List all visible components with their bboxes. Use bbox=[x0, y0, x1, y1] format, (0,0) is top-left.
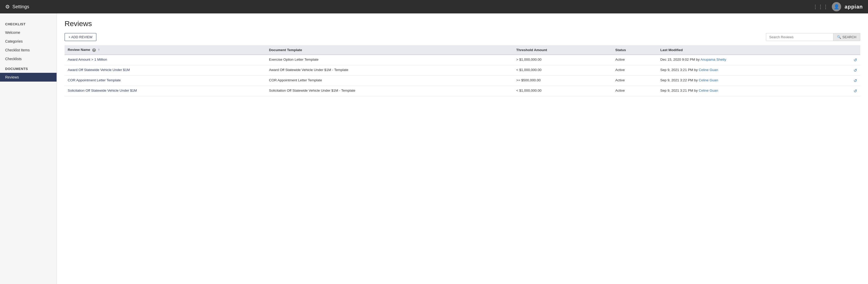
history-icon[interactable]: ↺ bbox=[854, 89, 857, 93]
review-name-link[interactable]: Award Off Statewide Vehicle Under $1M bbox=[68, 68, 130, 72]
cell-document-template: Exercise Option Letter Template bbox=[266, 55, 513, 65]
review-name-help-icon[interactable]: ? bbox=[92, 48, 96, 52]
cell-review-name: COR Appointment Letter Template bbox=[65, 76, 266, 86]
table-row: Solicitation Off Statewide Vehicle Under… bbox=[65, 86, 860, 96]
add-review-button[interactable]: + ADD REVIEW bbox=[65, 33, 96, 41]
settings-title: Settings bbox=[12, 4, 29, 9]
cell-last-modified: Sep 9, 2021 3:22 PM by Celine Guan bbox=[657, 76, 850, 86]
user-link[interactable]: Celine Guan bbox=[699, 89, 718, 92]
cell-document-template: COR Appointment Letter Template bbox=[266, 76, 513, 86]
cell-review-name: Solicitation Off Statewide Vehicle Under… bbox=[65, 86, 266, 96]
cell-review-name: Award Amount > 1 Million bbox=[65, 55, 266, 65]
user-link[interactable]: Celine Guan bbox=[699, 68, 718, 72]
cell-status: Active bbox=[612, 86, 657, 96]
cell-last-modified: Sep 9, 2021 3:21 PM by Celine Guan bbox=[657, 86, 850, 96]
history-icon[interactable]: ↺ bbox=[854, 58, 857, 62]
cell-action: ↺ bbox=[850, 76, 860, 86]
top-nav-left: ⚙ Settings bbox=[5, 4, 29, 10]
main-content: Reviews + ADD REVIEW 🔍 SEARCH Review Nam… bbox=[57, 13, 868, 284]
gear-icon: ⚙ bbox=[5, 4, 10, 10]
top-nav-right: ⋮⋮⋮ 👤 appian bbox=[813, 2, 863, 11]
cell-document-template: Award Off Statewide Vehicle Under $1M - … bbox=[266, 65, 513, 76]
cell-threshold-amount: < $1,000,000.00 bbox=[513, 86, 612, 96]
col-review-name[interactable]: Review Name ? ↑ bbox=[65, 45, 266, 55]
cell-threshold-amount: >= $500,000.00 bbox=[513, 76, 612, 86]
sidebar-item-checklists[interactable]: Checklists bbox=[0, 55, 57, 63]
table-header: Review Name ? ↑ Document Template Thresh… bbox=[65, 45, 860, 55]
cell-status: Active bbox=[612, 55, 657, 65]
table-body: Award Amount > 1 Million Exercise Option… bbox=[65, 55, 860, 96]
col-last-modified: Last Modified bbox=[657, 45, 850, 55]
search-area: 🔍 SEARCH bbox=[766, 33, 860, 41]
documents-section-title: DOCUMENTS bbox=[0, 63, 57, 73]
review-name-link[interactable]: Solicitation Off Statewide Vehicle Under… bbox=[68, 89, 137, 92]
review-name-link[interactable]: COR Appointment Letter Template bbox=[68, 78, 121, 82]
grid-icon[interactable]: ⋮⋮⋮ bbox=[813, 4, 828, 10]
history-icon[interactable]: ↺ bbox=[854, 68, 857, 72]
page-title: Reviews bbox=[65, 20, 860, 28]
sidebar: CHECKLIST Welcome Categories Checklist I… bbox=[0, 13, 57, 284]
user-link[interactable]: Anupama Shetty bbox=[700, 58, 726, 61]
search-button-label: SEARCH bbox=[842, 35, 857, 39]
cell-last-modified: Dec 15, 2020 9:02 PM by Anupama Shetty bbox=[657, 55, 850, 65]
col-status: Status bbox=[612, 45, 657, 55]
table-row: Award Off Statewide Vehicle Under $1M Aw… bbox=[65, 65, 860, 76]
cell-document-template: Solicitation Off Statewide Vehicle Under… bbox=[266, 86, 513, 96]
sort-icon[interactable]: ↑ bbox=[98, 48, 100, 52]
col-review-name-label: Review Name bbox=[68, 48, 90, 52]
table-row: COR Appointment Letter Template COR Appo… bbox=[65, 76, 860, 86]
sidebar-item-welcome[interactable]: Welcome bbox=[0, 28, 57, 37]
checklist-section-title: CHECKLIST bbox=[0, 19, 57, 28]
cell-status: Active bbox=[612, 65, 657, 76]
search-button[interactable]: 🔍 SEARCH bbox=[833, 33, 860, 41]
cell-threshold-amount: > $1,000,000.00 bbox=[513, 55, 612, 65]
user-link[interactable]: Celine Guan bbox=[699, 78, 718, 82]
table-row: Award Amount > 1 Million Exercise Option… bbox=[65, 55, 860, 65]
search-icon: 🔍 bbox=[837, 35, 841, 39]
reviews-table: Review Name ? ↑ Document Template Thresh… bbox=[65, 45, 860, 96]
cell-action: ↺ bbox=[850, 55, 860, 65]
avatar[interactable]: 👤 bbox=[832, 2, 841, 11]
sidebar-item-reviews[interactable]: Reviews bbox=[0, 73, 57, 82]
col-threshold-amount: Threshold Amount bbox=[513, 45, 612, 55]
col-action bbox=[850, 45, 860, 55]
cell-review-name: Award Off Statewide Vehicle Under $1M bbox=[65, 65, 266, 76]
cell-threshold-amount: < $1,000,000.00 bbox=[513, 65, 612, 76]
col-document-template: Document Template bbox=[266, 45, 513, 55]
cell-last-modified: Sep 9, 2021 3:21 PM by Celine Guan bbox=[657, 65, 850, 76]
history-icon[interactable]: ↺ bbox=[854, 78, 857, 83]
review-name-link[interactable]: Award Amount > 1 Million bbox=[68, 58, 107, 61]
cell-status: Active bbox=[612, 76, 657, 86]
top-nav: ⚙ Settings ⋮⋮⋮ 👤 appian bbox=[0, 0, 868, 13]
toolbar: + ADD REVIEW 🔍 SEARCH bbox=[65, 33, 860, 41]
sidebar-item-categories[interactable]: Categories bbox=[0, 37, 57, 46]
appian-logo: appian bbox=[845, 4, 863, 10]
cell-action: ↺ bbox=[850, 86, 860, 96]
sidebar-item-checklist-items[interactable]: Checklist Items bbox=[0, 46, 57, 55]
search-input[interactable] bbox=[766, 33, 833, 41]
layout: CHECKLIST Welcome Categories Checklist I… bbox=[0, 13, 868, 284]
cell-action: ↺ bbox=[850, 65, 860, 76]
